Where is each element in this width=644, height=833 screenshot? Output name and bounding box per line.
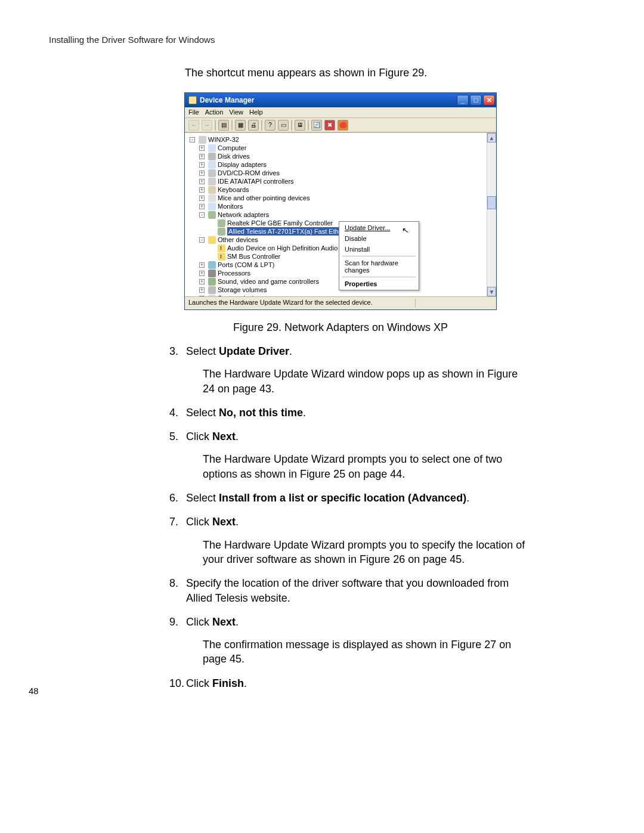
page-number: 48 [29, 686, 39, 696]
collapse-icon[interactable]: - [190, 137, 195, 143]
step-post: . [236, 616, 239, 628]
mouse-icon [208, 194, 216, 202]
expand-icon[interactable]: + [199, 145, 205, 151]
collapse-icon[interactable]: - [199, 237, 205, 243]
menu-help[interactable]: Help [249, 109, 263, 117]
tree-item[interactable]: Disk drives [218, 152, 250, 160]
expand-icon[interactable]: + [199, 196, 205, 201]
step-7: 7. Click Next. The Hardware Update Wizar… [169, 515, 527, 566]
back-button[interactable]: ← [188, 120, 199, 131]
menu-separator [342, 256, 416, 256]
toolbar-separator [215, 120, 216, 131]
expand-icon[interactable]: + [199, 204, 205, 209]
expand-icon[interactable]: + [199, 179, 205, 184]
tree-item[interactable]: DVD/CD-ROM drives [218, 169, 280, 177]
expand-icon[interactable]: + [199, 279, 205, 284]
small-icons-button[interactable]: ▭ [278, 120, 289, 131]
context-properties[interactable]: Properties [340, 278, 418, 289]
step-text: Click [186, 616, 212, 628]
expand-icon[interactable]: + [199, 154, 205, 159]
scroll-down-button[interactable]: ▼ [487, 287, 496, 296]
tree-panel[interactable]: -WINXP-32 +Computer +Disk drives +Displa… [185, 132, 496, 296]
step-description: The Hardware Update Wizard window pops u… [203, 367, 527, 396]
menu-action[interactable]: Action [205, 109, 224, 117]
section-header: Installing the Driver Software for Windo… [49, 35, 215, 45]
scrollbar[interactable]: ▲ ▼ [487, 133, 496, 296]
tree-item[interactable]: Display adapters [218, 160, 267, 169]
tree-item[interactable]: Storage volumes [218, 286, 267, 294]
minimize-button[interactable]: _ [457, 95, 469, 106]
tree-item[interactable]: SM Bus Controller [227, 252, 280, 261]
step-5: 5. Click Next. The Hardware Update Wizar… [169, 429, 527, 481]
tree-item[interactable]: Sound, video and game controllers [218, 277, 319, 286]
properties-button[interactable]: ▦ [235, 120, 246, 131]
step-text: Select [186, 492, 219, 504]
tree-item[interactable]: Audio Device on High Definition Audio Bu… [227, 244, 351, 252]
dvd-icon [208, 169, 216, 177]
status-text: Launches the Hardware Update Wizard for … [188, 299, 373, 308]
step-post: . [236, 431, 239, 442]
keyboard-icon [208, 186, 216, 194]
tree-root[interactable]: WINXP-32 [208, 135, 239, 144]
scroll-up-button[interactable]: ▲ [487, 133, 496, 143]
close-button[interactable]: ✕ [483, 95, 495, 106]
tree-item[interactable]: Monitors [218, 202, 243, 210]
scroll-thumb[interactable] [487, 196, 496, 209]
expand-icon[interactable]: + [199, 262, 205, 268]
forward-button[interactable]: → [202, 120, 212, 131]
toolbar-separator [231, 120, 233, 131]
context-uninstall[interactable]: Uninstall [340, 244, 418, 255]
tree-item[interactable]: Keyboards [218, 185, 249, 194]
tree-item[interactable]: System devices [218, 294, 264, 296]
uninstall-button[interactable]: 🛑 [338, 120, 348, 131]
up-button[interactable]: ▤ [218, 120, 229, 131]
print-button[interactable]: 🖨 [248, 120, 259, 131]
maximize-button[interactable]: □ [470, 95, 482, 106]
expand-icon[interactable]: + [199, 187, 205, 193]
step-3: 3. Select Update Driver. The Hardware Up… [169, 344, 527, 396]
step-number: 7. [169, 515, 178, 529]
tree-item[interactable]: Computer [218, 144, 246, 152]
menu-view[interactable]: View [229, 109, 243, 117]
tree-item[interactable]: Mice and other pointing devices [218, 194, 310, 202]
step-number: 6. [169, 491, 178, 505]
step-post: . [289, 345, 292, 357]
menu-file[interactable]: File [188, 109, 199, 117]
warning-icon [218, 253, 225, 261]
tree-item[interactable]: Processors [218, 269, 250, 277]
expand-icon[interactable]: + [199, 171, 205, 176]
tree-item-network[interactable]: Network adapters [218, 210, 269, 219]
expand-icon[interactable]: + [199, 287, 205, 293]
status-cell [415, 299, 493, 308]
step-description: The confirmation message is displayed as… [203, 637, 527, 667]
help-button[interactable]: ? [265, 120, 275, 131]
scan-button[interactable]: 🖥 [295, 120, 305, 131]
titlebar[interactable]: Device Manager _ □ ✕ [185, 93, 496, 107]
menubar[interactable]: File Action View Help [185, 107, 496, 118]
figure-caption: Figure 29. Network Adapters on Windows X… [230, 321, 451, 334]
expand-icon[interactable]: + [199, 296, 205, 297]
step-text: Select [186, 407, 219, 419]
step-9: 9. Click Next. The confirmation message … [169, 615, 527, 667]
step-text: Specify the location of the driver softw… [186, 577, 509, 603]
disable-button[interactable]: ✖ [324, 120, 335, 131]
context-scan[interactable]: Scan for hardware changes [340, 258, 418, 275]
step-text: Select [186, 345, 219, 357]
step-number: 9. [169, 615, 178, 629]
expand-icon[interactable]: + [199, 162, 205, 168]
step-number: 5. [169, 429, 178, 444]
ide-icon [208, 178, 216, 185]
expand-icon[interactable]: + [199, 271, 205, 276]
step-bold: Next [212, 616, 236, 628]
scroll-track[interactable] [487, 143, 496, 287]
warning-icon [218, 244, 225, 252]
collapse-icon[interactable]: - [199, 212, 205, 218]
tree-item[interactable]: Other devices [218, 236, 258, 244]
refresh-button[interactable]: 🔄 [311, 120, 322, 131]
device-manager-window: Device Manager _ □ ✕ File Action View He… [184, 92, 497, 310]
tree-item[interactable]: Realtek PCIe GBE Family Controller [227, 219, 333, 227]
step-post: . [244, 677, 247, 689]
toolbar-separator [291, 120, 292, 131]
tree-item[interactable]: Ports (COM & LPT) [218, 261, 274, 269]
tree-item[interactable]: IDE ATA/ATAPI controllers [218, 177, 294, 185]
